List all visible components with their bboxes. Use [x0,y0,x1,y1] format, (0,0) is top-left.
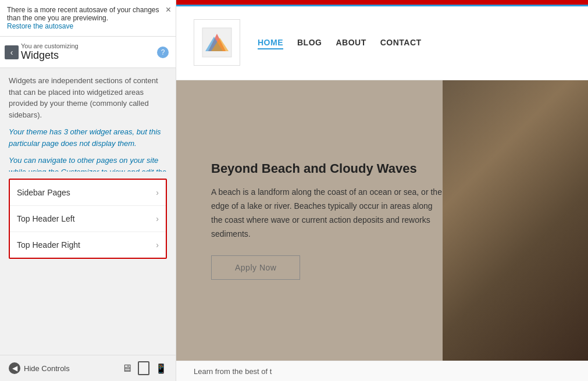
nav-blog[interactable]: BLOG [297,38,322,47]
autosave-notice: There is a more recent autosave of your … [0,0,176,37]
customizer-panel: There is a more recent autosave of your … [0,0,176,381]
nav-contact[interactable]: CONTACT [380,38,422,47]
mobile-view-button[interactable]: 📱 [155,363,167,374]
panel-description: Widgets are independent sections of cont… [0,68,176,172]
site-navigation: HOME BLOG ABOUT CONTACT [258,38,422,47]
panel-header: ‹ You are customizing Widgets ? [0,37,176,68]
widget-areas-list: Sidebar Pages › Top Header Left › Top He… [9,179,167,259]
description-para3: You can navigate to other pages on your … [9,155,167,172]
chevron-right-icon: › [156,188,159,197]
site-header: HOME BLOG ABOUT CONTACT [176,5,588,80]
hero-section: Beyond Beach and Cloudy Waves A beach is… [176,80,588,361]
apply-now-button[interactable]: Apply Now [211,255,300,280]
bottom-hint-text: Learn from the best of t [194,367,272,376]
hero-title: Beyond Beach and Cloudy Waves [211,161,444,176]
widget-area-label: Top Header Left [17,214,75,223]
widget-area-top-header-left[interactable]: Top Header Left › [10,206,166,232]
customizing-label: You are customizing [21,42,79,49]
back-button[interactable]: ‹ [5,45,19,59]
widget-area-top-header-right[interactable]: Top Header Right › [10,232,166,258]
widget-area-sidebar-pages[interactable]: Sidebar Pages › [10,180,166,206]
header-labels: You are customizing Widgets [21,42,79,62]
hero-image [443,80,588,361]
restore-autosave-link[interactable]: Restore the autosave [7,22,73,30]
site-top-bar [176,0,588,5]
bottom-hint: Learn from the best of t [176,361,588,381]
logo-svg [199,25,234,60]
nav-about[interactable]: ABOUT [336,38,366,47]
close-autosave-button[interactable]: × [166,5,171,15]
widget-area-label: Sidebar Pages [17,188,70,197]
help-button[interactable]: ? [157,47,169,58]
description-para2: Your theme has 3 other widget areas, but… [9,126,167,149]
description-para1: Widgets are independent sections of cont… [9,75,167,120]
device-switcher: 🖥 📱 [122,361,167,375]
site-logo [194,19,240,66]
hide-controls-label: Hide Controls [24,364,70,373]
desktop-view-button[interactable]: 🖥 [122,362,132,375]
preview-panel: HOME BLOG ABOUT CONTACT Beyond Beach and… [176,0,588,381]
hero-content: Beyond Beach and Cloudy Waves A beach is… [211,161,444,279]
chevron-right-icon: › [156,214,159,223]
hero-body: A beach is a landform along the coast of… [211,186,444,241]
widget-area-label: Top Header Right [17,240,80,250]
chevron-right-icon: › [156,240,159,250]
tablet-view-button[interactable] [138,361,149,375]
autosave-message: There is a more recent autosave of your … [7,6,159,22]
hide-controls-icon: ◀ [9,362,20,374]
nav-home[interactable]: HOME [258,38,283,47]
hide-controls-button[interactable]: ◀ Hide Controls [9,362,70,374]
panel-footer: ◀ Hide Controls 🖥 📱 [0,355,176,381]
hero-image-grass [443,80,588,361]
panel-title: Widgets [21,49,79,62]
